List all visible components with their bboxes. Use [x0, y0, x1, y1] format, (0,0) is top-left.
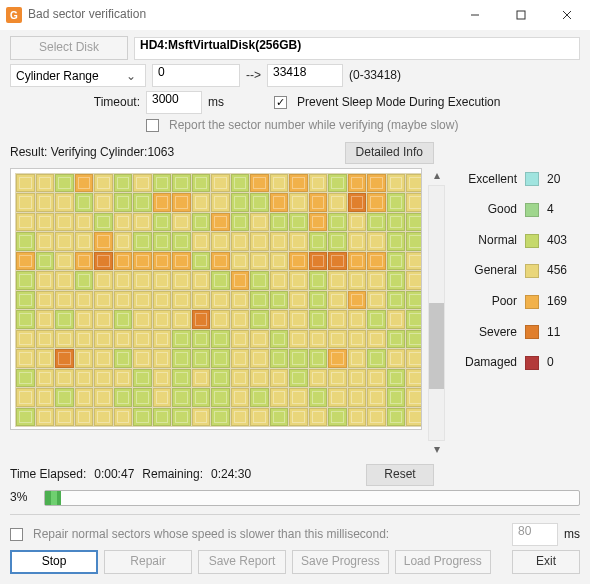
- sector-cell: [250, 213, 269, 232]
- repair-button[interactable]: Repair: [104, 550, 192, 574]
- sector-cell: [55, 232, 74, 251]
- sector-cell: [16, 369, 35, 388]
- sector-cell: [75, 310, 94, 329]
- sector-cell: [36, 310, 55, 329]
- sector-cell: [172, 213, 191, 232]
- sector-cell: [270, 388, 289, 407]
- repair-option-checkbox[interactable]: [10, 528, 23, 541]
- prevent-sleep-checkbox[interactable]: [274, 96, 287, 109]
- content-panel: Select Disk HD4:MsftVirtualDisk(256GB) C…: [0, 30, 590, 584]
- sector-cell: [16, 271, 35, 290]
- sector-cell: [406, 271, 422, 290]
- sector-cell: [172, 252, 191, 271]
- sector-cell: [192, 291, 211, 310]
- sector-cell: [133, 408, 152, 427]
- sector-cell: [55, 174, 74, 193]
- sector-cell: [309, 388, 328, 407]
- minimize-button[interactable]: [452, 0, 498, 30]
- repair-threshold-unit: ms: [564, 527, 580, 543]
- scroll-track[interactable]: [428, 185, 445, 441]
- scroll-up-icon[interactable]: ▴: [428, 168, 445, 185]
- grid-scrollbar[interactable]: ▴ ▾: [428, 168, 445, 458]
- sector-cell: [367, 252, 386, 271]
- remaining-value: 0:24:30: [211, 467, 251, 483]
- arrow-icon: -->: [246, 68, 261, 84]
- sector-cell: [75, 271, 94, 290]
- sector-cell: [192, 349, 211, 368]
- save-report-button[interactable]: Save Report: [198, 550, 286, 574]
- sector-cell: [289, 174, 308, 193]
- range-to-input[interactable]: 33418: [267, 64, 343, 87]
- sector-cell: [367, 213, 386, 232]
- legend-label: Excellent: [457, 172, 517, 188]
- sector-cell: [406, 369, 422, 388]
- sector-cell: [367, 310, 386, 329]
- sector-cell: [387, 252, 406, 271]
- sector-cell: [114, 174, 133, 193]
- sector-cell: [348, 174, 367, 193]
- sector-cell: [289, 271, 308, 290]
- sector-cell: [55, 388, 74, 407]
- save-progress-button[interactable]: Save Progress: [292, 550, 389, 574]
- sector-cell: [153, 174, 172, 193]
- sector-cell: [270, 408, 289, 427]
- result-status-prefix: Verifying Cylinder:: [51, 145, 148, 161]
- sector-cell: [387, 232, 406, 251]
- sector-cell: [348, 330, 367, 349]
- sector-cell: [114, 330, 133, 349]
- sector-cell: [231, 174, 250, 193]
- sector-cell: [348, 252, 367, 271]
- sector-cell: [153, 310, 172, 329]
- legend-row-gen: General456: [457, 263, 580, 279]
- titlebar: G Bad sector verification: [0, 0, 590, 30]
- scroll-down-icon[interactable]: ▾: [428, 441, 445, 458]
- sector-cell: [309, 330, 328, 349]
- close-button[interactable]: [544, 0, 590, 30]
- stop-button[interactable]: Stop: [10, 550, 98, 574]
- legend-label: Poor: [457, 294, 517, 310]
- timeout-input[interactable]: 3000: [146, 91, 202, 114]
- sector-cell: [55, 213, 74, 232]
- sector-cell: [153, 232, 172, 251]
- select-disk-button[interactable]: Select Disk: [10, 36, 128, 60]
- range-type-label: Cylinder Range: [16, 69, 99, 83]
- sector-cell: [172, 232, 191, 251]
- sector-cell: [75, 408, 94, 427]
- sector-cell: [270, 232, 289, 251]
- load-progress-button[interactable]: Load Progress: [395, 550, 491, 574]
- sector-cell: [55, 193, 74, 212]
- sector-cell: [55, 271, 74, 290]
- sector-cell: [55, 369, 74, 388]
- report-sector-checkbox[interactable]: [146, 119, 159, 132]
- sector-cell: [94, 174, 113, 193]
- sector-cell: [133, 291, 152, 310]
- sector-cell: [367, 388, 386, 407]
- sector-cell: [36, 174, 55, 193]
- range-hint: (0-33418): [349, 68, 401, 84]
- sector-cell: [309, 271, 328, 290]
- exit-button[interactable]: Exit: [512, 550, 580, 574]
- sector-cell: [289, 291, 308, 310]
- sector-cell: [367, 174, 386, 193]
- reset-button[interactable]: Reset: [366, 464, 434, 486]
- sector-cell: [387, 193, 406, 212]
- scroll-thumb[interactable]: [429, 303, 444, 389]
- sector-cell: [250, 174, 269, 193]
- range-type-select[interactable]: Cylinder Range ⌄: [10, 64, 146, 87]
- sector-cell: [133, 388, 152, 407]
- sector-cell: [289, 213, 308, 232]
- sector-cell: [114, 232, 133, 251]
- sector-cell: [289, 349, 308, 368]
- sector-cell: [328, 349, 347, 368]
- maximize-button[interactable]: [498, 0, 544, 30]
- range-from-input[interactable]: 0: [152, 64, 240, 87]
- sector-cell: [309, 408, 328, 427]
- result-header: Result: Verifying Cylinder: 1063 Detaile…: [10, 142, 580, 164]
- sector-cell: [250, 330, 269, 349]
- sector-cell: [36, 252, 55, 271]
- detailed-info-button[interactable]: Detailed Info: [345, 142, 434, 164]
- range-row: Cylinder Range ⌄ 0 --> 33418 (0-33418): [10, 64, 580, 87]
- sector-cell: [94, 310, 113, 329]
- repair-threshold-input[interactable]: 80: [512, 523, 558, 546]
- app-icon: G: [6, 7, 22, 23]
